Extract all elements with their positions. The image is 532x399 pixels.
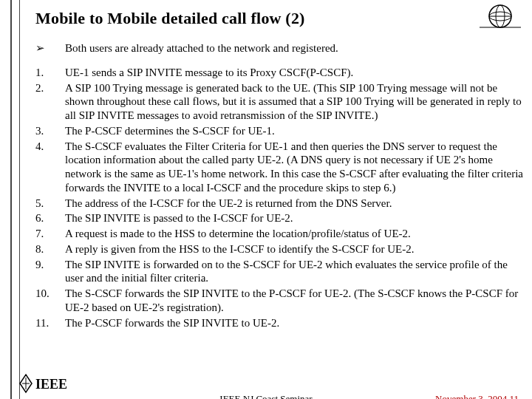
- list-item: 1.UE-1 sends a SIP INVITE message to its…: [35, 66, 525, 80]
- ieee-logo-icon: IEEE: [18, 372, 77, 395]
- item-text: The SIP INVITE is forwarded on to the S-…: [65, 258, 525, 286]
- item-number: 1.: [35, 66, 65, 80]
- globe-logo-icon: [476, 3, 525, 30]
- slide-content: ➢ Both users are already attached to the…: [35, 41, 525, 330]
- svg-text:IEEE: IEEE: [35, 377, 67, 392]
- item-number: 2.: [35, 81, 65, 123]
- item-number: 5.: [35, 197, 65, 211]
- list-item: 4.The S-CSCF evaluates the Filter Criter…: [35, 140, 525, 195]
- list-item: 10.The S-CSCF forwards the SIP INVITE to…: [35, 287, 525, 315]
- item-text: The P-CSCF forwards the SIP INVITE to UE…: [65, 316, 525, 330]
- item-number: 8.: [35, 242, 65, 256]
- list-item: 3.The P-CSCF determines the S-CSCF for U…: [35, 124, 525, 138]
- left-rule-decoration: [10, 0, 25, 399]
- item-text: The SIP INVITE is passed to the I-CSCF f…: [65, 211, 525, 225]
- item-number: 11.: [35, 316, 65, 330]
- item-number: 6.: [35, 211, 65, 225]
- list-item: 8.A reply is given from the HSS to the I…: [35, 242, 525, 256]
- intro-row: ➢ Both users are already attached to the…: [35, 41, 525, 55]
- item-text: The address of the I-CSCF for the UE-2 i…: [65, 197, 525, 211]
- item-text: UE-1 sends a SIP INVITE message to its P…: [65, 66, 525, 80]
- item-text: The P-CSCF determines the S-CSCF for UE-…: [65, 124, 525, 138]
- intro-bullet-icon: ➢: [35, 41, 65, 55]
- list-item: 2.A SIP 100 Trying message is generated …: [35, 81, 525, 123]
- item-text: The S-CSCF evaluates the Filter Criteria…: [65, 140, 525, 195]
- item-number: 9.: [35, 258, 65, 286]
- item-text: A request is made to the HSS to determin…: [65, 227, 525, 241]
- list-item: 11.The P-CSCF forwards the SIP INVITE to…: [35, 316, 525, 330]
- item-text: A SIP 100 Trying message is generated ba…: [65, 81, 525, 123]
- slide-title: Mobile to Mobile detailed call flow (2): [35, 9, 525, 28]
- item-text: A reply is given from the HSS to the I-C…: [65, 242, 525, 256]
- item-number: 3.: [35, 124, 65, 138]
- item-number: 7.: [35, 227, 65, 241]
- list-item: 6.The SIP INVITE is passed to the I-CSCF…: [35, 211, 525, 225]
- footer-date-page: November 3, 2004 11: [435, 393, 519, 399]
- item-text: The S-CSCF forwards the SIP INVITE to th…: [65, 287, 525, 315]
- intro-text: Both users are already attached to the n…: [65, 41, 525, 55]
- list-item: 7.A request is made to the HSS to determ…: [35, 227, 525, 241]
- item-number: 4.: [35, 140, 65, 195]
- list-item: 9.The SIP INVITE is forwarded on to the …: [35, 258, 525, 286]
- numbered-list: 1.UE-1 sends a SIP INVITE message to its…: [35, 66, 525, 330]
- item-number: 10.: [35, 287, 65, 315]
- list-item: 5.The address of the I-CSCF for the UE-2…: [35, 197, 525, 211]
- slide: Mobile to Mobile detailed call flow (2) …: [0, 0, 532, 399]
